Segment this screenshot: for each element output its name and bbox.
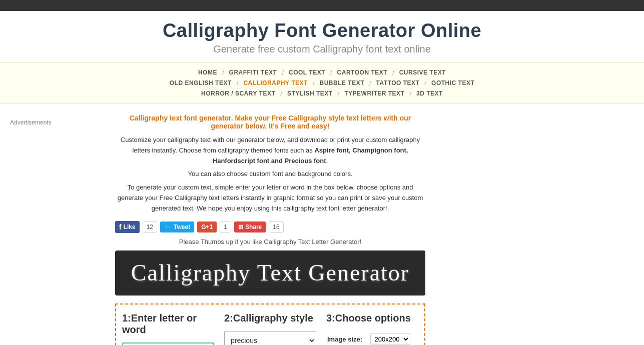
- nav-stylish-text[interactable]: STYLISH TEXT: [283, 89, 337, 98]
- site-subtitle: Generate free custom Calligraphy font te…: [5, 44, 639, 55]
- step1-title: 1:Enter letter or word: [122, 312, 214, 336]
- nav-calligraphy-text[interactable]: CALLIGRAPHY TEXT: [239, 78, 311, 88]
- share-icon: ⊞: [238, 224, 243, 230]
- step1-col: 1:Enter letter or word: [122, 312, 214, 345]
- fb-like-label: Like: [124, 224, 136, 230]
- text-input[interactable]: [122, 342, 214, 345]
- fb-count: 12: [143, 222, 157, 232]
- nav-cartoon-text[interactable]: CARTOON TEXT: [333, 68, 391, 77]
- intro-orange-text: Calligraphy text font generator. Make yo…: [115, 114, 425, 130]
- nav-bar: HOME / GRAFFITI TEXT / COOL TEXT / CARTO…: [0, 62, 644, 104]
- nav-cool-text[interactable]: COOL TEXT: [285, 68, 329, 77]
- image-size-label: Image size:: [327, 332, 369, 345]
- share-button[interactable]: ⊞ Share: [234, 222, 266, 232]
- site-title: Calligraphy Font Generator Online: [5, 20, 639, 42]
- facebook-icon: f: [119, 223, 122, 231]
- nav-bubble-text[interactable]: BUBBLE TEXT: [315, 78, 368, 88]
- nav-home[interactable]: HOME: [194, 68, 221, 77]
- facebook-like-button[interactable]: f Like: [115, 221, 140, 233]
- nav-graffiti-text[interactable]: GRAFFITI TEXT: [225, 68, 281, 77]
- step2-title: 2:Calligraphy style: [224, 312, 316, 324]
- preview-text: Calligraphy Text Generator: [131, 260, 409, 286]
- options-table: Image size: 200x200 300x300 400x400 500x…: [326, 331, 418, 345]
- image-size-row: Image size: 200x200 300x300 400x400 500x…: [327, 332, 417, 345]
- header: Calligraphy Font Generator Online Genera…: [0, 11, 644, 62]
- share-label: Share: [245, 224, 262, 230]
- thumbs-text: Please Thumbs up if you like Calligraphy…: [115, 238, 425, 246]
- twitter-icon: 🐦: [164, 224, 172, 230]
- top-bar: [0, 0, 644, 11]
- ads-label: Advertisements: [10, 119, 52, 126]
- nav-row-1: HOME / GRAFFITI TEXT / COOL TEXT / CARTO…: [0, 68, 644, 77]
- nav-3d-text[interactable]: 3D TEXT: [412, 89, 447, 98]
- intro-paragraph3: To generate your custom text, simple ent…: [115, 182, 425, 214]
- left-sidebar: Advertisements: [0, 114, 110, 345]
- center-content: Calligraphy text font generator. Make yo…: [110, 114, 430, 345]
- gplus-label: G+1: [201, 224, 213, 230]
- gplus-button[interactable]: G+1: [197, 222, 217, 232]
- main-content: Advertisements Calligraphy text font gen…: [0, 104, 644, 345]
- nav-tattoo-text[interactable]: TATTOO TEXT: [372, 78, 424, 88]
- tweet-label: Tweet: [174, 224, 190, 230]
- gplus-count: 1: [220, 222, 231, 232]
- step2-col: 2:Calligraphy style precious aspire cham…: [224, 312, 316, 345]
- tweet-button[interactable]: 🐦 Tweet: [160, 222, 194, 232]
- generator-section: 1:Enter letter or word 2:Calligraphy sty…: [115, 304, 425, 345]
- right-sidebar: [430, 114, 510, 345]
- intro-paragraph2: You can also choose custom font and back…: [115, 169, 425, 180]
- step3-col: 3:Choose options Image size: 200x200 300…: [326, 312, 418, 345]
- style-select[interactable]: precious aspire champignon hanfordscript: [224, 331, 316, 345]
- image-size-select[interactable]: 200x200 300x300 400x400 500x500: [370, 334, 410, 345]
- nav-cursive-text[interactable]: CURSIVE TEXT: [395, 68, 450, 77]
- nav-horror-text[interactable]: HORROR / SCARY TEXT: [197, 89, 279, 98]
- share-count: 16: [269, 222, 283, 232]
- intro-paragraph1: Customize your calligraphy text with our…: [115, 135, 425, 166]
- social-row: f Like 12 🐦 Tweet G+1 1 ⊞ Share 16: [115, 221, 425, 233]
- nav-gothic-text[interactable]: GOTHIC TEXT: [427, 78, 478, 88]
- nav-row-3: HORROR / SCARY TEXT / STYLISH TEXT / TYP…: [0, 89, 644, 98]
- nav-old-english[interactable]: OLD ENGLISH TEXT: [166, 78, 236, 88]
- nav-typewriter-text[interactable]: TYPEWRITER TEXT: [340, 89, 408, 98]
- preview-banner: Calligraphy Text Generator: [115, 250, 425, 296]
- step3-title: 3:Choose options: [326, 312, 418, 324]
- nav-row-2: OLD ENGLISH TEXT / CALLIGRAPHY TEXT / BU…: [0, 78, 644, 88]
